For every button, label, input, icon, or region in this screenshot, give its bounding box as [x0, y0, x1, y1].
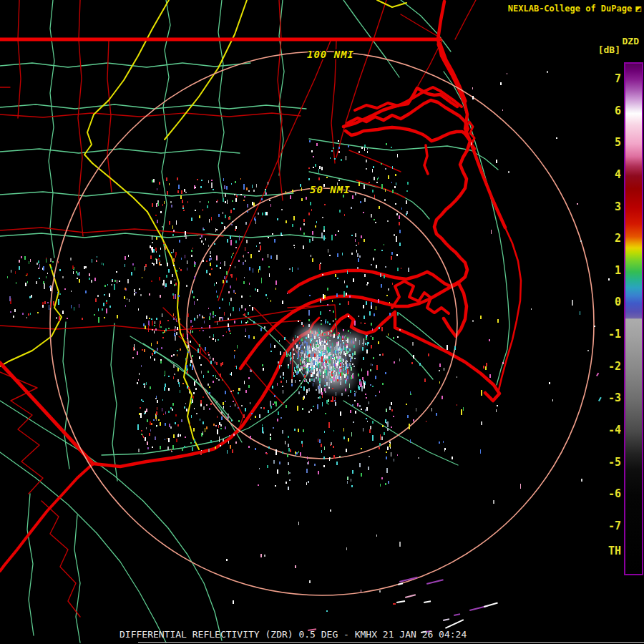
colorbar-tick--4: -4: [608, 424, 621, 436]
radar-speckle: [62, 276, 64, 278]
radar-speckle: [127, 279, 129, 283]
radar-speckle: [219, 422, 220, 425]
radar-speckle: [308, 411, 310, 413]
radar-speckle: [174, 374, 175, 375]
radar-speckle: [267, 465, 268, 468]
radar-speckle: [225, 215, 226, 218]
radar-speckle: [337, 253, 338, 257]
radar-speckle: [315, 164, 316, 167]
radar-speckle: [393, 416, 394, 417]
radar-speckle: [361, 409, 362, 410]
radar-speckle: [321, 356, 323, 362]
radar-speckle: [190, 442, 192, 444]
radar-speckle: [311, 374, 312, 377]
radar-speckle: [149, 318, 150, 319]
radar-speckle: [394, 186, 396, 188]
radar-speckle: [215, 375, 216, 378]
radar-speckle: [307, 462, 308, 464]
radar-speckle: [260, 554, 262, 557]
radar-speckle: [184, 446, 185, 448]
radar-speckle: [497, 405, 498, 406]
radar-speckle: [331, 381, 332, 383]
radar-speckle: [201, 371, 202, 374]
radar-speckle: [223, 198, 224, 202]
radar-speckle: [338, 360, 339, 361]
radar-speckle: [156, 396, 157, 398]
radar-speckle: [25, 283, 26, 286]
radar-speckle: [351, 207, 352, 209]
radar-speckle: [312, 363, 313, 364]
radar-speckle: [235, 181, 236, 183]
radar-speckle: [330, 157, 331, 159]
radar-speckle: [176, 439, 177, 442]
radar-speckle: [308, 354, 310, 357]
radar-speckle: [205, 238, 206, 240]
radar-speckle: [354, 321, 356, 326]
radar-speckle: [391, 252, 393, 255]
radar-speckle: [190, 320, 192, 323]
radar-speckle: [258, 484, 259, 486]
radar-speckle: [381, 477, 383, 479]
radar-speckle: [182, 333, 184, 337]
radar-speckle: [141, 365, 142, 367]
radar-speckle: [382, 383, 384, 385]
radar-speckle: [371, 364, 371, 366]
radar-speckle: [483, 366, 484, 369]
radar-speckle: [381, 163, 382, 165]
radar-speckle: [291, 379, 293, 383]
radar-speckle: [306, 197, 307, 200]
radar-speckle: [333, 320, 333, 322]
radar-speckle: [320, 263, 321, 264]
radar-speckle: [349, 296, 351, 298]
radar-speckle: [249, 267, 250, 270]
radar-speckle: [330, 376, 331, 378]
colorbar-tick-0: 0: [615, 296, 621, 308]
radar-speckle: [250, 370, 252, 372]
radar-speckle: [146, 409, 147, 412]
radar-speckle: [335, 375, 336, 379]
radar-speckle: [286, 220, 287, 223]
radar-speckle: [338, 140, 339, 142]
radar-speckle: [230, 391, 232, 392]
radar-speckle: [298, 429, 299, 432]
radar-speckle: [169, 221, 170, 225]
radar-speckle: [156, 237, 157, 240]
radar-speckle: [297, 406, 298, 411]
radar-speckle: [349, 348, 351, 351]
radar-speckle: [577, 203, 578, 205]
radar-speckle: [380, 273, 381, 277]
radar-speckle: [119, 280, 120, 282]
radar-streak: [596, 373, 599, 376]
radar-speckle: [247, 321, 248, 323]
radar-speckle: [150, 255, 152, 259]
radar-speckle: [275, 485, 276, 487]
radar-speckle: [224, 261, 225, 266]
radar-speckle: [321, 366, 322, 369]
radar-speckle: [192, 326, 193, 327]
radar-speckle: [391, 426, 392, 428]
radar-speckle: [324, 204, 326, 205]
radar-speckle: [125, 264, 125, 267]
radar-speckle: [209, 258, 210, 261]
radar-speckle: [225, 401, 226, 402]
radar-speckle: [500, 82, 502, 85]
radar-streak: [454, 613, 460, 616]
radar-speckle: [259, 266, 260, 270]
radar-speckle: [321, 323, 322, 325]
radar-speckle: [213, 381, 214, 383]
radar-speckle: [284, 337, 286, 340]
radar-speckle: [327, 288, 328, 291]
radar-speckle: [19, 266, 20, 270]
radar-speckle: [44, 301, 46, 304]
radar-speckle: [243, 200, 245, 201]
radar-speckle: [346, 357, 346, 360]
colorbar-gradient: [625, 64, 642, 574]
radar-speckle: [306, 379, 307, 382]
radar-speckle: [373, 357, 374, 359]
radar-speckle: [168, 328, 170, 329]
radar-speckle: [210, 403, 212, 405]
radar-speckle: [368, 342, 369, 344]
radar-speckle: [322, 217, 323, 218]
radar-speckle: [318, 169, 319, 173]
radar-speckle: [352, 353, 353, 356]
